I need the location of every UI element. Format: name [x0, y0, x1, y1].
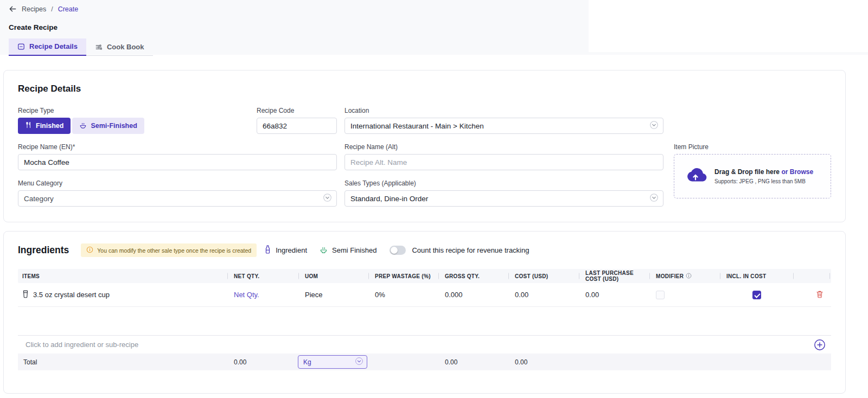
ingredient-icon — [264, 245, 271, 255]
delete-row-button[interactable] — [816, 290, 824, 300]
total-uom-value: Kg — [303, 358, 311, 366]
modifier-header-label: MODIFIER — [656, 273, 684, 279]
ingredients-table: ITEMS NET QTY. UOM PREP WASTAGE (%) GROS… — [18, 269, 831, 370]
col-header-cost: COST (USD) — [508, 269, 579, 283]
notice-text: You can modify the other sale type once … — [97, 247, 251, 254]
cook-book-tab-icon — [95, 43, 103, 51]
location-select[interactable]: International Restaurant - Main > Kitche… — [344, 118, 663, 134]
total-label: Total — [18, 358, 227, 366]
recipe-code-input[interactable] — [257, 118, 337, 134]
back-arrow-icon — [9, 5, 17, 13]
table-header-row: ITEMS NET QTY. UOM PREP WASTAGE (%) GROS… — [18, 269, 831, 283]
last-purchase-cost-cell: 0.00 — [579, 291, 649, 299]
incl-in-cost-checkbox[interactable] — [752, 291, 761, 299]
menu-category-placeholder: Category — [24, 195, 54, 203]
dropzone-supports-text: Supports: JPEG , PNG less than 5MB — [714, 178, 813, 184]
breadcrumb: Recipes / Create — [5, 5, 868, 13]
recipe-type-segment: Finished Semi-Finished — [18, 118, 144, 134]
item-picture-dropzone[interactable]: Drag & Drop file here or Browse Supports… — [674, 154, 831, 198]
ingredients-title: Ingredients — [18, 245, 69, 256]
col-header-incl-in-cost: INCL. IN COST — [720, 269, 793, 283]
recipe-details-card: Recipe Details Recipe Type Finished — [3, 70, 846, 222]
modifier-info-icon — [686, 273, 692, 280]
recipe-details-tab-icon — [17, 43, 25, 50]
page-title: Create Recipe — [9, 23, 868, 31]
col-header-prep-wastage: PREP WASTAGE (%) — [368, 269, 438, 283]
breadcrumb-recipes[interactable]: Recipes — [22, 5, 46, 13]
location-value: International Restaurant - Main > Kitche… — [350, 122, 484, 130]
recipe-name-en-input[interactable] — [18, 154, 337, 170]
legend-semi-finished: Semi Finished — [320, 246, 376, 255]
item-picture-label: Item Picture — [674, 143, 831, 151]
row-actions-cell — [793, 290, 831, 300]
recipe-code-label: Recipe Code — [257, 107, 337, 114]
ingredient-name: 3.5 oz crystal desert cup — [33, 291, 110, 299]
total-uom-cell: Kg — [298, 355, 368, 369]
col-header-uom: UOM — [298, 269, 368, 283]
dropzone-text: Drag & Drop file here — [714, 168, 780, 176]
incl-in-cost-cell — [720, 291, 793, 299]
tab-recipe-details[interactable]: Recipe Details — [9, 38, 86, 56]
revenue-toggle-group: Count this recipe for revenue tracking — [390, 246, 529, 255]
col-header-actions — [793, 269, 831, 283]
page-header: Recipes / Create Create Recipe Recipe De… — [0, 0, 868, 55]
menu-category-label: Menu Category — [18, 179, 337, 187]
add-ingredient-row[interactable]: Click to add ingredient or sub-recipe — [18, 335, 831, 354]
recipe-name-alt-label: Recipe Name (Alt) — [344, 143, 663, 151]
total-uom-select[interactable]: Kg — [298, 355, 367, 369]
breadcrumb-separator: / — [51, 5, 53, 13]
fork-knife-icon — [25, 121, 32, 130]
cost-cell: 0.00 — [508, 291, 579, 299]
table-empty-space — [18, 307, 831, 335]
legend-semi-finished-label: Semi Finished — [332, 246, 376, 254]
back-button[interactable] — [9, 5, 17, 13]
chevron-down-icon — [323, 193, 332, 204]
recipe-type-finished-button[interactable]: Finished — [18, 118, 71, 134]
add-ingredient-button[interactable] — [814, 339, 826, 351]
recipe-code-field: Recipe Code — [257, 107, 337, 134]
col-header-last-purchase-cost: LAST PURCHASE COST (USD) — [579, 269, 649, 283]
legend-ingredient: Ingredient — [264, 245, 307, 255]
col-header-items: ITEMS — [18, 269, 227, 283]
add-ingredient-placeholder: Click to add ingredient or sub-recipe — [25, 341, 138, 349]
location-field: Location International Restaurant - Main… — [344, 107, 663, 134]
sales-types-select[interactable]: Standard, Dine-in Order — [344, 190, 663, 207]
semi-finished-bowl-icon — [320, 246, 328, 255]
ingredient-row: 3.5 oz crystal desert cup Net Qty. Piece… — [18, 283, 831, 307]
tab-bar: Recipe Details Cook Book — [9, 38, 153, 56]
chevron-down-icon — [355, 357, 363, 367]
uom-cell[interactable]: Piece — [298, 291, 368, 299]
recipe-type-label: Recipe Type — [18, 107, 144, 114]
recipe-type-semi-finished-button[interactable]: Semi-Finished — [72, 118, 144, 134]
sales-types-label: Sales Types (Applicable) — [344, 179, 663, 187]
revenue-tracking-toggle[interactable] — [390, 246, 406, 255]
semi-finished-label: Semi-Finished — [91, 122, 137, 130]
chevron-down-icon — [649, 193, 659, 204]
total-net-qty: 0.00 — [227, 358, 298, 366]
modifier-checkbox[interactable] — [656, 291, 665, 299]
col-header-gross-qty: GROSS QTY. — [438, 269, 508, 283]
recipe-name-en-field: Recipe Name (EN)* — [18, 143, 337, 170]
ingredients-header: Ingredients You can modify the other sal… — [18, 243, 831, 257]
recipe-details-form: Recipe Type Finished Semi-Finished — [18, 107, 831, 207]
tab-label: Cook Book — [107, 43, 144, 51]
total-cost: 0.00 — [508, 358, 579, 366]
net-qty-input[interactable]: Net Qty. — [227, 291, 298, 299]
browse-link[interactable]: or Browse — [781, 168, 813, 176]
menu-category-field: Menu Category Category — [18, 179, 337, 207]
recipe-name-alt-input[interactable] — [344, 154, 663, 170]
menu-category-select[interactable]: Category — [18, 190, 337, 207]
sales-types-field: Sales Types (Applicable) Standard, Dine-… — [344, 179, 663, 207]
ingredients-card: Ingredients You can modify the other sal… — [3, 231, 846, 394]
total-gross-qty: 0.00 — [438, 358, 508, 366]
location-label: Location — [344, 107, 663, 114]
gross-qty-cell: 0.000 — [438, 291, 508, 299]
notice-badge: You can modify the other sale type once … — [81, 243, 257, 257]
recipe-details-title: Recipe Details — [18, 84, 831, 94]
spacer-cell — [671, 107, 831, 134]
prep-wastage-cell: 0% — [368, 291, 438, 299]
breadcrumb-create[interactable]: Create — [58, 5, 79, 13]
recipe-name-en-label: Recipe Name (EN)* — [18, 143, 337, 151]
tab-cook-book[interactable]: Cook Book — [86, 38, 153, 56]
legend-ingredient-label: Ingredient — [276, 246, 307, 254]
